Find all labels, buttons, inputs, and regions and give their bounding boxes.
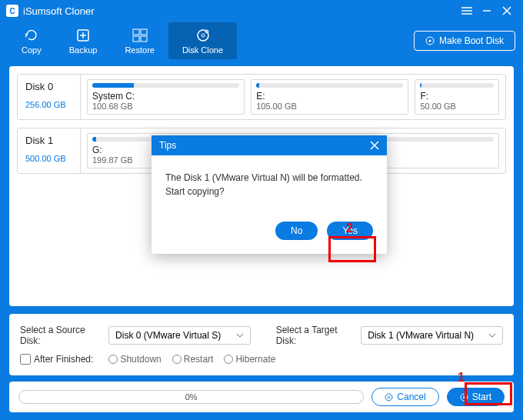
disk-clone-icon — [195, 27, 211, 44]
controls-panel: Select a Source Disk: Disk 0 (VMware Vir… — [9, 314, 514, 375]
disk-size: 500.00 GB — [25, 154, 72, 163]
make-boot-disk-button[interactable]: Make Boot Disk — [414, 31, 515, 51]
radio-label: Restart — [184, 354, 214, 365]
svg-rect-1 — [133, 29, 139, 35]
dialog-body: The Disk 1 (VMware Virtual N) will be fo… — [152, 155, 387, 214]
target-disk-label: Select a Target Disk: — [276, 325, 354, 346]
partition-name: F: — [420, 91, 494, 102]
disk-size: 256.00 GB — [25, 100, 72, 109]
backup-button[interactable]: Backup — [55, 22, 112, 59]
start-button[interactable]: Start — [447, 388, 505, 406]
minimize-icon[interactable] — [477, 1, 497, 21]
copy-icon — [24, 27, 39, 44]
svg-rect-2 — [141, 29, 147, 35]
close-icon[interactable] — [497, 1, 517, 21]
boot-disk-icon — [425, 36, 435, 45]
after-finished-label: After Finished: — [34, 354, 93, 365]
svg-point-6 — [202, 34, 205, 37]
tips-dialog: Tips The Disk 1 (VMware Virtual N) will … — [152, 135, 387, 254]
partition-size: 105.00 GB — [256, 102, 403, 111]
restore-button[interactable]: Restore — [111, 22, 168, 59]
play-icon — [460, 393, 468, 402]
menu-icon[interactable] — [457, 1, 477, 21]
partition[interactable]: E: 105.00 GB — [251, 79, 408, 115]
disk-name: Disk 1 — [25, 135, 72, 146]
source-disk-value: Disk 0 (VMware Virtual S) — [115, 330, 221, 341]
dialog-no-button[interactable]: No — [275, 222, 318, 240]
restore-icon — [132, 27, 148, 44]
start-label: Start — [472, 392, 491, 402]
svg-point-9 — [428, 40, 431, 42]
disk-name: Disk 0 — [25, 81, 72, 92]
restore-label: Restore — [125, 45, 155, 55]
target-disk-select[interactable]: Disk 1 (VMware Virtual N) — [361, 326, 503, 345]
cancel-label: Cancel — [397, 392, 425, 402]
svg-rect-4 — [141, 36, 147, 42]
svg-rect-3 — [133, 36, 139, 42]
radio-label: Hibernate — [235, 354, 275, 365]
dialog-title: Tips — [159, 140, 176, 151]
disk-clone-button[interactable]: Disk Clone — [168, 22, 237, 59]
app-title: iSumsoft Cloner — [23, 5, 457, 17]
restart-radio[interactable]: Restart — [172, 354, 214, 365]
svg-point-5 — [198, 30, 208, 41]
copy-button[interactable]: Copy — [8, 22, 55, 59]
dialog-close-icon[interactable] — [370, 141, 379, 150]
progress-text: 0% — [185, 392, 198, 402]
footer-panel: 0% Cancel Start — [9, 382, 514, 412]
cancel-icon — [385, 393, 393, 402]
backup-icon — [76, 27, 90, 44]
chevron-down-icon — [236, 333, 244, 338]
partition-size: 100.68 GB — [92, 102, 239, 111]
source-disk-select[interactable]: Disk 0 (VMware Virtual S) — [108, 326, 251, 345]
source-disk-label: Select a Source Disk: — [20, 325, 101, 346]
hibernate-radio[interactable]: Hibernate — [224, 354, 275, 365]
disk-clone-label: Disk Clone — [182, 45, 223, 55]
chevron-down-icon — [488, 333, 496, 338]
cancel-button[interactable]: Cancel — [371, 388, 438, 406]
after-finished-checkbox[interactable]: After Finished: — [20, 354, 93, 365]
copy-label: Copy — [22, 45, 42, 55]
partition-name: E: — [256, 91, 403, 102]
app-logo-icon: C — [6, 5, 18, 17]
radio-label: Shutdown — [120, 354, 161, 365]
backup-label: Backup — [69, 45, 98, 55]
boot-disk-label: Make Boot Disk — [439, 35, 504, 46]
partition-size: 50.00 GB — [420, 102, 494, 111]
partition[interactable]: F: 50.00 GB — [415, 79, 499, 115]
disk-row[interactable]: Disk 0 256.00 GB System C: 100.68 GB E: … — [17, 74, 506, 120]
partition-name: System C: — [92, 91, 239, 102]
partition[interactable]: System C: 100.68 GB — [87, 79, 245, 115]
callout-number-1: 1 — [458, 371, 465, 385]
callout-number-2: 2 — [346, 222, 353, 235]
shutdown-radio[interactable]: Shutdown — [108, 354, 161, 365]
progress-bar: 0% — [18, 390, 364, 404]
target-disk-value: Disk 1 (VMware Virtual N) — [368, 330, 474, 341]
